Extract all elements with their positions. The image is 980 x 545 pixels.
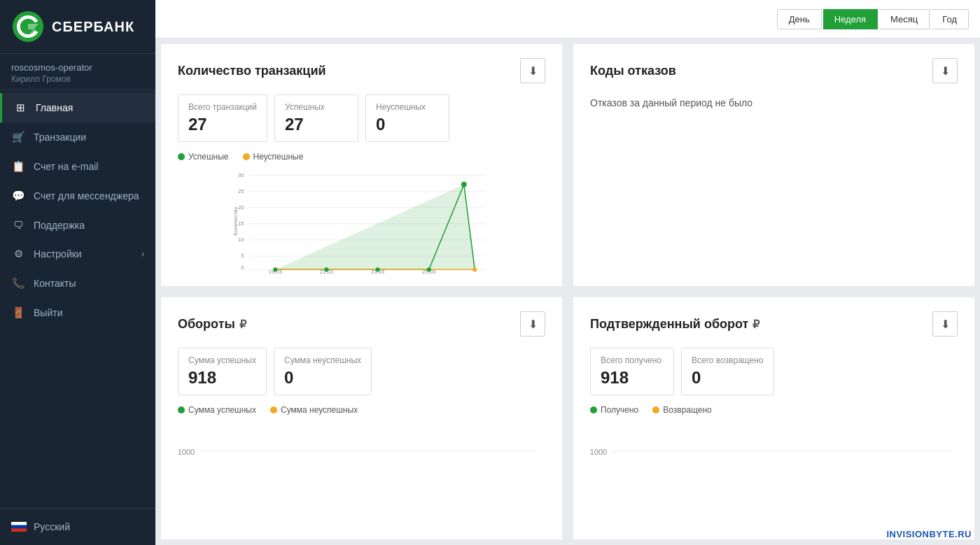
svg-marker-24 — [275, 185, 475, 270]
nav-label-support: Поддержка — [34, 220, 144, 231]
svg-text:Количество: Количество — [232, 206, 239, 235]
sidebar-user: roscosmos-operator Кирилл Громов — [0, 54, 155, 90]
confirmed-legend: Получено Возвращено — [590, 405, 958, 415]
stat-failed-label: Неуспешных — [376, 102, 439, 112]
nav-label-messenger-account: Счет для мессенджера — [34, 190, 144, 201]
turnover-chart-svg: 1000 — [178, 420, 545, 528]
stat-successful-sum-label: Сумма успешных — [188, 355, 256, 365]
legend-turnover-fail-dot — [270, 406, 277, 413]
topbar: ДеньНеделяМесяцГод — [155, 0, 980, 38]
sidebar-item-home[interactable]: ⊞ Главная — [0, 93, 155, 122]
period-btn-day[interactable]: День — [777, 9, 822, 29]
confirmed-stats-row: Всего получено 918 Всего возвращено 0 — [590, 348, 958, 395]
legend-turnover-success-label: Сумма успешных — [188, 405, 256, 415]
refusals-no-data: Отказов за данный период не было — [590, 97, 958, 108]
stat-successful-sum: Сумма успешных 918 — [178, 348, 267, 395]
period-btn-year[interactable]: Год — [931, 9, 969, 29]
svg-point-26 — [324, 267, 328, 271]
nav-arrow-settings: › — [141, 249, 144, 259]
sidebar-nav: ⊞ Главная 🛒 Транзакции 📋 Счет на e-mail … — [0, 90, 155, 508]
nav-icon-transactions: 🛒 — [11, 131, 25, 143]
confirmed-currency: ₽ — [752, 318, 760, 331]
legend-failed-label: Неуспешные — [253, 152, 304, 162]
sidebar-item-messenger-account[interactable]: 💬 Счет для мессенджера — [0, 181, 155, 211]
legend-successful: Успешные — [178, 152, 229, 162]
stat-failed-sum-value: 0 — [284, 368, 361, 388]
nav-icon-settings: ⚙ — [11, 248, 25, 260]
sidebar-item-email-account[interactable]: 📋 Счет на e-mail — [0, 152, 155, 181]
main-content: ДеньНеделяМесяцГод Количество транзакций… — [155, 0, 980, 545]
svg-rect-3 — [11, 528, 27, 532]
stat-failed-value: 0 — [376, 115, 439, 134]
sidebar-item-settings[interactable]: ⚙ Настройки › — [0, 239, 155, 269]
widget-transactions-header: Количество транзакций ⬇ — [178, 58, 545, 83]
stat-failed-transactions: Неуспешных 0 — [365, 94, 449, 142]
stat-successful-sum-value: 918 — [188, 368, 256, 388]
stat-total-received-label: Всего получено — [601, 355, 664, 365]
legend-turnover-success: Сумма успешных — [178, 405, 256, 415]
stat-total-returned: Всего возвращено 0 — [681, 348, 774, 395]
widget-confirmed-title: Подтвержденный оборот ₽ — [590, 317, 760, 332]
legend-turnover-fail: Сумма неуспешных — [270, 405, 358, 415]
legend-confirmed-received: Получено — [590, 405, 638, 415]
nav-icon-email-account: 📋 — [11, 160, 25, 173]
nav-label-contacts: Контакты — [34, 278, 144, 289]
svg-point-29 — [461, 182, 467, 187]
sidebar: СБЕРБАНК roscosmos-operator Кирилл Громо… — [0, 0, 155, 545]
svg-rect-2 — [11, 525, 27, 529]
download-refusals-button[interactable]: ⬇ — [932, 58, 958, 83]
legend-failed-dot — [243, 153, 250, 160]
download-confirmed-button[interactable]: ⬇ — [932, 311, 958, 337]
transactions-stats-row: Всего транзакций 27 Успешных 27 Неуспешн… — [178, 94, 545, 142]
stat-successful-value: 27 — [285, 115, 348, 134]
svg-point-25 — [273, 267, 277, 271]
svg-text:10: 10 — [238, 236, 244, 243]
legend-turnover-success-dot — [178, 406, 185, 413]
widget-refusals-header: Коды отказов ⬇ — [590, 58, 958, 83]
transactions-chart: 30 25 20 15 10 5 0 Количество — [178, 167, 545, 275]
sidebar-item-support[interactable]: 🗨 Поддержка — [0, 211, 155, 239]
nav-label-transactions: Транзакции — [34, 132, 144, 143]
legend-confirmed-returned-dot — [652, 406, 659, 413]
transactions-chart-svg: 30 25 20 15 10 5 0 Количество — [178, 167, 545, 275]
svg-text:0: 0 — [241, 264, 244, 271]
stat-total-received: Всего получено 918 — [590, 348, 674, 395]
period-btn-week[interactable]: Неделя — [823, 9, 878, 29]
sidebar-item-logout[interactable]: 🚪 Выйти — [0, 298, 155, 327]
username: roscosmos-operator — [11, 62, 144, 73]
svg-point-28 — [427, 267, 431, 271]
confirmed-chart: 1000 — [590, 420, 958, 528]
svg-point-30 — [472, 267, 477, 271]
legend-confirmed-returned-label: Возвращено — [663, 405, 711, 415]
svg-text:1000: 1000 — [590, 448, 607, 456]
legend-confirmed-received-label: Получено — [601, 405, 638, 415]
turnover-chart: 1000 — [178, 420, 545, 528]
period-btn-month[interactable]: Месяц — [879, 9, 930, 29]
realname: Кирилл Громов — [11, 74, 144, 84]
widget-confirmed: Подтвержденный оборот ₽ ⬇ Всего получено… — [573, 297, 974, 539]
legend-failed: Неуспешные — [243, 152, 304, 162]
sidebar-bottom: Русский — [0, 508, 155, 545]
sidebar-item-contacts[interactable]: 📞 Контакты — [0, 269, 155, 298]
turnover-title-text: Обороты — [178, 317, 235, 332]
language-selector[interactable]: Русский — [0, 514, 155, 539]
widget-turnover-header: Обороты ₽ ⬇ — [178, 311, 545, 337]
nav-label-settings: Настройки — [34, 248, 133, 260]
legend-confirmed-returned: Возвращено — [652, 405, 711, 415]
nav-icon-home: ⊞ — [13, 101, 27, 114]
flag-icon — [11, 522, 27, 532]
legend-confirmed-received-dot — [590, 406, 597, 413]
download-transactions-button[interactable]: ⬇ — [520, 58, 545, 83]
language-label: Русский — [34, 521, 70, 532]
stat-total-label: Всего транзакций — [188, 102, 257, 112]
sidebar-item-transactions[interactable]: 🛒 Транзакции — [0, 122, 155, 152]
nav-label-logout: Выйти — [34, 307, 144, 318]
widget-transactions: Количество транзакций ⬇ Всего транзакций… — [161, 44, 562, 286]
download-turnover-button[interactable]: ⬇ — [520, 311, 545, 337]
legend-successful-label: Успешные — [188, 152, 229, 162]
stat-total-received-value: 918 — [601, 368, 664, 388]
nav-label-home: Главная — [36, 102, 144, 113]
nav-icon-logout: 🚪 — [11, 306, 25, 319]
sberbank-logo-icon — [11, 10, 45, 43]
stat-total-returned-value: 0 — [692, 368, 764, 388]
